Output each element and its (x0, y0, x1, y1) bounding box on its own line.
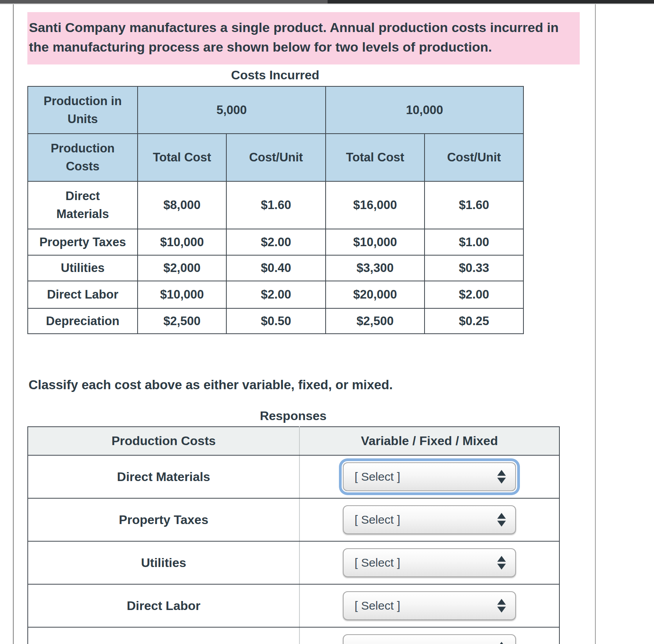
intro-line-2: the manufacturing process are shown belo… (29, 37, 580, 57)
cell-value: $0.40 (226, 255, 326, 281)
cell-value: $0.25 (425, 308, 523, 334)
top-bar-divider (0, 4, 654, 4)
cell-value: $3,300 (326, 255, 425, 281)
costs-incurred-table: Production in Units 5,000 10,000 Product… (27, 86, 524, 334)
table-row: Direct Materials $8,000 $1.60 $16,000 $1… (28, 181, 523, 229)
cell-value: $10,000 (138, 229, 226, 255)
content-left-border (13, 4, 14, 644)
cell-value: $1.00 (425, 229, 523, 255)
responses-table: Production Costs Variable / Fixed / Mixe… (27, 426, 560, 644)
response-label-property-taxes: Property Taxes (28, 498, 299, 541)
select-spinner-icon (497, 556, 506, 570)
classification-select-direct-materials[interactable]: [ Select ] (343, 462, 516, 491)
response-label-direct-labor: Direct Labor (28, 584, 299, 627)
table-row: Depreciation $2,500 $0.50 $2,500 $0.25 (28, 308, 523, 334)
select-placeholder: [ Select ] (355, 642, 400, 644)
row-label-direct-labor: Direct Labor (28, 281, 138, 308)
table-row: Direct Materials [ Select ] (28, 455, 559, 498)
cell-value: $1.60 (226, 181, 326, 229)
responses-header-production-costs: Production Costs (28, 427, 299, 455)
cell-value: $2,500 (326, 308, 425, 334)
row-label-utilities: Utilities (28, 255, 138, 281)
header-production-costs: Production Costs (28, 134, 138, 181)
classify-instruction: Classify each cost above as either varia… (29, 377, 393, 392)
question-intro-highlight: Santi Company manufactures a single prod… (27, 12, 580, 64)
response-label-direct-materials: Direct Materials (28, 455, 299, 498)
select-spinner-icon (497, 513, 506, 527)
response-label-depreciation: Depreciation (28, 627, 299, 644)
header-units-5000: 5,000 (138, 86, 326, 134)
cell-value: $2,500 (138, 308, 226, 334)
content-right-border (595, 4, 596, 644)
classification-select-property-taxes[interactable]: [ Select ] (343, 505, 516, 534)
cell-value: $0.50 (226, 308, 326, 334)
select-placeholder: [ Select ] (355, 513, 400, 526)
select-placeholder: [ Select ] (355, 599, 400, 612)
classification-select-direct-labor[interactable]: [ Select ] (343, 591, 516, 620)
header-cost-unit-10000: Cost/Unit (425, 134, 523, 181)
row-label-depreciation: Depreciation (28, 308, 138, 334)
select-placeholder: [ Select ] (355, 470, 400, 483)
intro-line-1: Santi Company manufactures a single prod… (29, 18, 580, 37)
classification-select-utilities[interactable]: [ Select ] (343, 548, 516, 577)
select-placeholder: [ Select ] (355, 556, 400, 569)
response-label-utilities: Utilities (28, 541, 299, 584)
responses-title: Responses (27, 409, 559, 423)
browser-top-bar-segment (0, 0, 328, 4)
cell-value: $2,000 (138, 255, 226, 281)
header-production-in-units: Production in Units (28, 86, 138, 134)
cell-value: $2.00 (425, 281, 523, 308)
table-row: Depreciation [ Select ] (28, 627, 559, 644)
table-row: Utilities [ Select ] (28, 541, 559, 584)
header-units-10000: 10,000 (326, 86, 523, 134)
costs-table-title: Costs Incurred (27, 68, 523, 82)
responses-header-variable-fixed-mixed: Variable / Fixed / Mixed (299, 427, 559, 455)
table-row: Property Taxes $10,000 $2.00 $10,000 $1.… (28, 229, 523, 255)
browser-top-bar (0, 0, 654, 4)
cell-value: $2.00 (226, 281, 326, 308)
table-row: Utilities $2,000 $0.40 $3,300 $0.33 (28, 255, 523, 281)
classification-select-depreciation[interactable]: [ Select ] (343, 634, 516, 644)
select-spinner-icon (497, 642, 506, 644)
cell-value: $2.00 (226, 229, 326, 255)
cell-value: $10,000 (138, 281, 226, 308)
table-row: Direct Labor $10,000 $2.00 $20,000 $2.00 (28, 281, 523, 308)
row-label-direct-materials: Direct Materials (28, 181, 138, 229)
table-row: Direct Labor [ Select ] (28, 584, 559, 627)
select-spinner-icon (497, 599, 506, 613)
cell-value: $0.33 (425, 255, 523, 281)
cell-value: $20,000 (326, 281, 425, 308)
header-total-cost-5000: Total Cost (138, 134, 226, 181)
header-total-cost-10000: Total Cost (326, 134, 425, 181)
cell-value: $10,000 (326, 229, 425, 255)
cell-value: $16,000 (326, 181, 425, 229)
header-cost-unit-5000: Cost/Unit (226, 134, 326, 181)
cell-value: $8,000 (138, 181, 226, 229)
select-spinner-icon (497, 470, 506, 484)
table-row: Property Taxes [ Select ] (28, 498, 559, 541)
cell-value: $1.60 (425, 181, 523, 229)
row-label-property-taxes: Property Taxes (28, 229, 138, 255)
